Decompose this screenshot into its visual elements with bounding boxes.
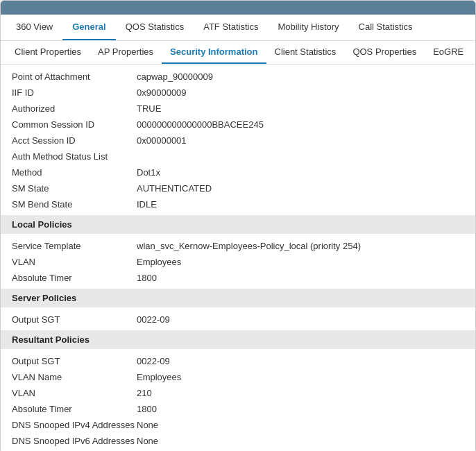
field-row: AuthorizedTRUE	[1, 101, 475, 117]
field-row: Acct Session ID0x00000001	[1, 133, 475, 148]
tab2-eogre[interactable]: EoGRE	[425, 41, 472, 64]
field-row: Common Session ID000000000000000BBACEE24…	[1, 117, 475, 133]
tabs-row2: Client PropertiesAP PropertiesSecurity I…	[1, 41, 475, 65]
field-value: wlan_svc_Kernow-Employees-Policy_local (…	[137, 241, 464, 251]
field-label: Acct Session ID	[12, 135, 137, 146]
field-label: Point of Attachment	[12, 71, 137, 82]
tab1-call_statistics[interactable]: Call Statistics	[349, 15, 423, 40]
field-value: IDLE	[137, 199, 464, 210]
field-row: IIF ID0x90000009	[1, 85, 475, 101]
field-value: TRUE	[137, 103, 464, 114]
tabs-row1: 360 ViewGeneralQOS StatisticsATF Statist…	[1, 15, 475, 41]
section-server-policies: Server Policies	[1, 289, 475, 307]
field-row: Service Templatewlan_svc_Kernow-Employee…	[1, 238, 475, 254]
field-value: Dot1x	[137, 167, 464, 178]
title-bar	[1, 1, 475, 15]
main-fields: Point of Attachmentcapwap_90000009IIF ID…	[1, 69, 475, 212]
field-value: Employees	[137, 257, 464, 267]
field-row: SM Bend StateIDLE	[1, 196, 475, 212]
tab1-atf_statistics[interactable]: ATF Statistics	[194, 15, 268, 40]
field-value: 210	[137, 388, 464, 398]
field-value: None	[137, 436, 464, 446]
field-value: 0x00000001	[137, 135, 464, 146]
tab1-mobility_history[interactable]: Mobility History	[268, 15, 348, 40]
field-row: MethodDot1x	[1, 164, 475, 180]
tab1-qos_statistics[interactable]: QOS Statistics	[116, 15, 194, 40]
field-value: Employees	[137, 372, 464, 382]
field-row: VLANEmployees	[1, 254, 475, 270]
field-row: VLAN NameEmployees	[1, 369, 475, 385]
tab2-client_properties[interactable]: Client Properties	[6, 41, 90, 64]
field-row: DNS Snooped IPv4 AddressesNone	[1, 417, 475, 433]
server-fields: Output SGT0022-09	[1, 312, 475, 327]
field-value: 0022-09	[137, 356, 464, 366]
field-row: Auth Method Status List	[1, 148, 475, 164]
field-value: None	[137, 420, 464, 430]
field-row: Output SGT0022-09	[1, 353, 475, 369]
field-row: SM StateAUTHENTICATED	[1, 180, 475, 196]
content-area: Point of Attachmentcapwap_90000009IIF ID…	[1, 65, 475, 451]
resultant-fields: Output SGT0022-09VLAN NameEmployeesVLAN2…	[1, 353, 475, 449]
field-row: Absolute Timer1800	[1, 401, 475, 417]
field-row: Output SGT0022-09	[1, 312, 475, 327]
section-resultant-policies: Resultant Policies	[1, 330, 475, 349]
field-value: capwap_90000009	[137, 71, 464, 82]
main-window: 360 ViewGeneralQOS StatisticsATF Statist…	[0, 0, 476, 451]
tab2-security_information[interactable]: Security Information	[162, 41, 266, 64]
field-label: Output SGT	[12, 314, 137, 325]
field-value: 0x90000009	[137, 87, 464, 98]
field-label: Service Template	[12, 241, 137, 251]
field-label: DNS Snooped IPv4 Addresses	[12, 420, 137, 430]
field-value: 1800	[137, 273, 464, 283]
tab1-general[interactable]: General	[62, 15, 115, 40]
field-label: VLAN	[12, 257, 137, 267]
field-label: VLAN Name	[12, 372, 137, 382]
section-local-policies: Local Policies	[1, 215, 475, 234]
field-label: Common Session ID	[12, 119, 137, 130]
field-label: Authorized	[12, 103, 137, 114]
field-value: AUTHENTICATED	[137, 183, 464, 194]
field-label: Method	[12, 167, 137, 178]
field-label: SM State	[12, 183, 137, 194]
field-value: 1800	[137, 404, 464, 414]
field-value: 0022-09	[137, 314, 464, 325]
field-row: Point of Attachmentcapwap_90000009	[1, 69, 475, 85]
tab2-ap_properties[interactable]: AP Properties	[90, 41, 162, 64]
tab2-client_statistics[interactable]: Client Statistics	[266, 41, 345, 64]
field-row: DNS Snooped IPv6 AddressesNone	[1, 433, 475, 449]
field-label: DNS Snooped IPv6 Addresses	[12, 436, 137, 446]
field-label: VLAN	[12, 388, 137, 398]
field-label: Output SGT	[12, 356, 137, 366]
field-value: 000000000000000BBACEE245	[137, 119, 464, 130]
field-label: SM Bend State	[12, 199, 137, 210]
tab1-360view[interactable]: 360 View	[6, 15, 62, 40]
field-label: Auth Method Status List	[12, 151, 137, 162]
field-row: Absolute Timer1800	[1, 270, 475, 286]
field-label: IIF ID	[12, 87, 137, 98]
field-label: Absolute Timer	[12, 404, 137, 414]
local-fields: Service Templatewlan_svc_Kernow-Employee…	[1, 238, 475, 286]
field-label: Absolute Timer	[12, 273, 137, 283]
field-row: VLAN210	[1, 385, 475, 401]
tab2-qos_properties[interactable]: QOS Properties	[344, 41, 425, 64]
